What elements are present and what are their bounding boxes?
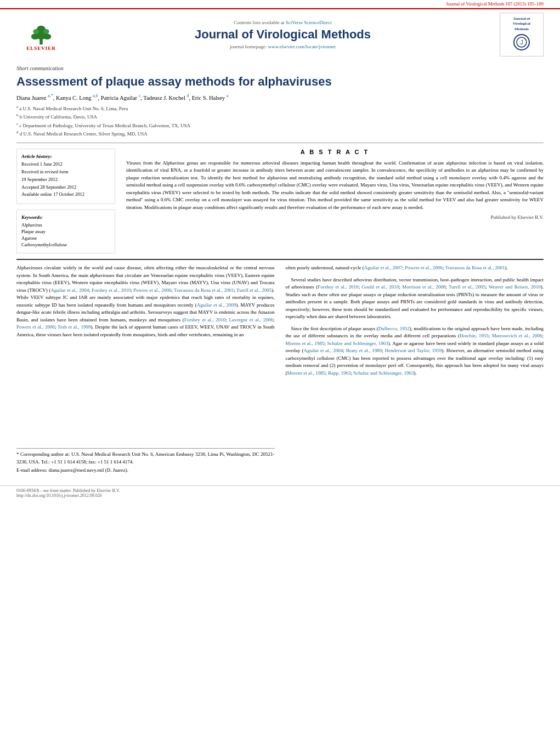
ref-matrosovich-2006[interactable]: Matrosovich et al., 2006	[492, 333, 542, 338]
page: Journal of Virological Methods 187 (2013…	[0, 0, 560, 741]
ref-rapp-1963[interactable]: Rapp, 1963	[328, 370, 351, 376]
ref-henderson-1959[interactable]: Henderson and Taylor, 1959	[385, 348, 442, 353]
doi-line[interactable]: http://dx.doi.org/10.1016/j.jviromet.201…	[16, 493, 544, 498]
elsevier-tree-icon	[25, 24, 58, 46]
ref-schulze-1963b[interactable]: Schulze and Schlesinger, 1963	[353, 370, 414, 376]
article-type: Short communication	[16, 65, 544, 71]
journal-homepage-line: journal homepage: www.elsevier.com/locat…	[77, 44, 489, 49]
article-title: Assessment of plaque assay methods for a…	[16, 75, 544, 89]
bottom-bar: 0166-0934/$ – see front matter. Publishe…	[0, 485, 560, 500]
homepage-text: journal homepage:	[230, 44, 268, 49]
ref-powers-2006a[interactable]: Powers et al., 2006	[133, 287, 171, 293]
ref-gould-2010[interactable]: Gould et al., 2010	[361, 284, 399, 290]
affiliation-a: a a U.S. Naval Medical Research Unit No.…	[16, 104, 544, 113]
main-content: Short communication Assessment of plaque…	[0, 59, 560, 481]
body-para-right-2: Several studies have described arbovirus…	[286, 276, 544, 321]
ref-turell-2005a[interactable]: Turell et al., 2005	[236, 287, 271, 293]
keywords-title: Keywords:	[21, 214, 110, 220]
body-right-col: often poorly understood, natural-cycle (…	[286, 264, 544, 476]
svg-point-2	[31, 33, 39, 39]
sciverse-line: Contents lists available at SciVerse Sci…	[77, 20, 489, 25]
footnote-email: E-mail address: diana.juarez@med.navy.mi…	[16, 467, 275, 474]
svg-point-3	[43, 33, 52, 39]
divider-1	[16, 143, 544, 143]
elsevier-logo: ELSEVIER	[16, 18, 66, 51]
body-para-right-1: often poorly understood, natural-cycle (…	[286, 264, 544, 272]
ref-aguilar-2004[interactable]: Aguilar et al., 2004	[50, 287, 89, 293]
ref-travassos-2001a[interactable]: Travassos da Rosa et al., 2001	[174, 287, 234, 293]
svg-point-6	[43, 29, 49, 34]
authors-line: Diana Juarez a,*, Kanya C. Long a,b, Pat…	[16, 93, 544, 101]
received-revised-row: Received in revised form	[21, 169, 110, 176]
journal-logo-box: Journal ofVirologicalMethods J	[500, 13, 544, 56]
elsevier-text: ELSEVIER	[26, 46, 56, 51]
issn-line: 0166-0934/$ – see front matter. Publishe…	[16, 488, 544, 493]
ref-aguilar-2009[interactable]: Aguilar et al., 2009	[197, 302, 236, 308]
journal-logo-icon: J	[513, 34, 530, 50]
ref-lavergne-2006[interactable]: Lavergne et al., 2006	[229, 317, 273, 323]
abstract-title: A B S T R A C T	[126, 149, 544, 155]
ref-beaty-1989[interactable]: Beaty et al., 1989	[346, 348, 382, 353]
article-info-box: Article history: Received 1 June 2012 Re…	[16, 149, 115, 204]
body-divider	[16, 259, 544, 260]
affiliations: a a U.S. Naval Medical Research Unit No.…	[16, 104, 544, 138]
available-row: Available online 17 October 2012	[21, 191, 110, 198]
keywords-box: Keywords: Alphavirus Plaque assay Agaros…	[16, 210, 115, 253]
abstract-section: A B S T R A C T Viruses from the Alphavi…	[126, 149, 544, 253]
ref-aguilar-2004b[interactable]: Aguilar et al., 2004	[303, 348, 343, 353]
ref-forshey-2010b[interactable]: Forshey et al., 2010	[184, 317, 226, 323]
ref-tesh-1999[interactable]: Tesh et al., 1999	[58, 324, 90, 330]
received-row: Received 1 June 2012	[21, 161, 110, 168]
received-revised-date-row: 19 September 2012	[21, 177, 110, 183]
ref-travassos-2001b[interactable]: Travassos da Rosa et al., 2001	[445, 265, 505, 270]
ref-forshey-2010c[interactable]: Forshey et al., 2010	[318, 284, 358, 290]
body-columns: Alphaviruses circulate widely in the wor…	[16, 264, 544, 476]
body-para-1: Alphaviruses circulate widely in the wor…	[16, 264, 275, 338]
affiliation-c: c c Department of Pathology, University …	[16, 121, 544, 130]
affiliation-d: d d U.S. Naval Medical Research Center, …	[16, 129, 544, 138]
body-para-right-3: Since the first description of plaque as…	[286, 325, 544, 377]
svg-text:J: J	[521, 39, 523, 46]
footnote-corresponding: * Corresponding author at: U.S. Naval Me…	[16, 451, 275, 466]
journal-header: ELSEVIER Contents lists available at Sci…	[0, 8, 560, 59]
ref-forshey-2010[interactable]: Forshey et al., 2010	[92, 287, 131, 293]
ref-schulze-1963a[interactable]: Schulze and Schlesinger, 1963	[327, 341, 388, 346]
abstract-text: Viruses from the Alphavirus genus are re…	[126, 160, 544, 212]
ref-powers-2006b[interactable]: Powers et al., 2006	[16, 324, 55, 330]
homepage-link[interactable]: www.elsevier.com/locate/jviromet	[268, 44, 336, 49]
ref-weaver-2010[interactable]: Weaver and Reisen, 2010	[489, 284, 541, 290]
ref-powers-2006c[interactable]: Powers et al., 2006	[405, 265, 443, 270]
footnote-divider	[16, 448, 275, 449]
logo-circle-icon: J	[516, 37, 527, 48]
ref-hotchin-1955[interactable]: Hotchin, 1955	[460, 333, 489, 338]
keyword-4: Carboxymethylcellulose	[21, 242, 110, 247]
svg-point-5	[33, 29, 39, 34]
left-sidebar: Article history: Received 1 June 2012 Re…	[16, 149, 115, 253]
header-center: Contents lists available at SciVerse Sci…	[66, 20, 500, 49]
ref-morens-1985b[interactable]: Morens et al., 1985	[287, 370, 326, 376]
ref-morrison-2008[interactable]: Morrison et al., 2008	[402, 284, 445, 290]
accepted-row: Accepted 28 September 2012	[21, 184, 110, 191]
two-col-layout: Article history: Received 1 June 2012 Re…	[16, 149, 544, 253]
ref-aguilar-2007[interactable]: Aguilar et al., 2007	[364, 265, 403, 270]
sciverse-link[interactable]: SciVerse ScienceDirect	[286, 20, 332, 25]
affiliation-b: b b University of California, Davis, USA	[16, 112, 544, 121]
keyword-1: Alphavirus	[21, 222, 110, 228]
journal-title-main: Journal of Virological Methods	[77, 27, 489, 42]
published-by: Published by Elsevier B.V.	[126, 214, 544, 220]
footnote-area: * Corresponding author at: U.S. Naval Me…	[16, 448, 275, 474]
citation-text: Journal of Virological Methods 187 (2013…	[446, 1, 544, 7]
logo-journal-name: Journal ofVirologicalMethods	[513, 16, 531, 31]
ref-dulbecco-1952[interactable]: Dulbecco, 1952	[378, 326, 410, 331]
sciverse-text: Contents lists available at	[234, 20, 285, 25]
article-info-title: Article history:	[21, 154, 110, 159]
keyword-3: Agarose	[21, 235, 110, 241]
citation-line: Journal of Virological Methods 187 (2013…	[0, 0, 560, 8]
ref-morens-1985a[interactable]: Morens et al., 1985	[286, 341, 325, 346]
keyword-2: Plaque assay	[21, 229, 110, 234]
body-left-col: Alphaviruses circulate widely in the wor…	[16, 264, 275, 476]
ref-turell-2005b[interactable]: Turell et al., 2005	[449, 284, 485, 290]
